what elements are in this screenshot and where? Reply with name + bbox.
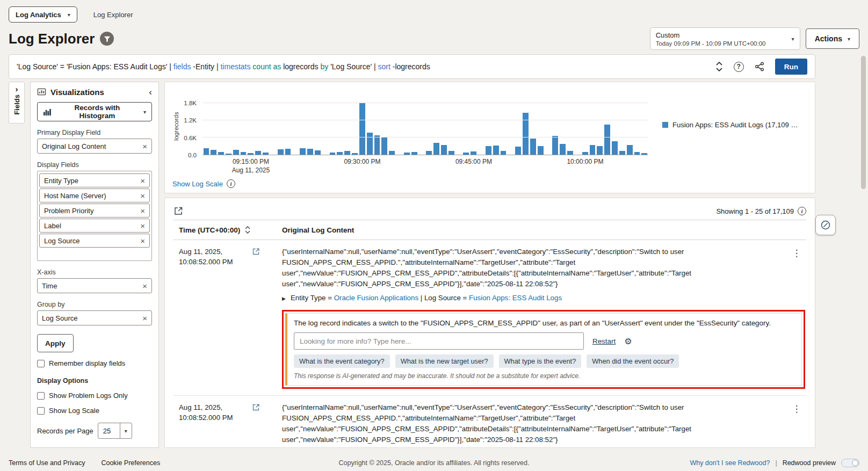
open-record-icon[interactable] — [252, 248, 260, 256]
expand-panel-icon[interactable]: › — [16, 85, 18, 93]
histogram-bar[interactable] — [441, 145, 447, 155]
show-problem-logs-checkbox[interactable] — [37, 392, 45, 400]
histogram-bar[interactable] — [493, 146, 499, 155]
gear-icon[interactable]: ⚙ — [624, 336, 632, 346]
terms-link[interactable]: Terms of Use and Privacy — [9, 459, 85, 467]
restart-link[interactable]: Restart — [592, 337, 616, 345]
histogram-bar[interactable] — [515, 147, 521, 155]
fields-panel-collapsed[interactable]: › Fields — [9, 82, 25, 124]
histogram-bar[interactable] — [337, 152, 343, 155]
histogram-bar[interactable] — [538, 146, 544, 155]
run-button[interactable]: Run — [775, 59, 807, 75]
histogram-bar[interactable] — [463, 153, 469, 155]
show-log-scale-link[interactable]: Show Log Scale — [172, 180, 223, 188]
histogram-bar[interactable] — [381, 137, 387, 155]
histogram-bar[interactable] — [344, 151, 350, 155]
histogram-bar[interactable] — [248, 153, 254, 155]
histogram-bar[interactable] — [315, 150, 321, 155]
histogram-bar[interactable] — [404, 153, 410, 155]
redwood-preview-toggle[interactable] — [841, 459, 859, 467]
histogram-bar[interactable] — [426, 151, 432, 155]
remember-display-fields-checkbox[interactable] — [37, 360, 45, 367]
column-header-time[interactable]: Time (UTC+00:00) — [179, 226, 282, 234]
histogram-bar[interactable] — [233, 150, 239, 155]
histogram-bar[interactable] — [604, 125, 610, 155]
histogram-bar[interactable] — [634, 152, 640, 155]
chart-type-dropdown[interactable]: Records with Histogram ▾ — [37, 102, 152, 121]
histogram-bar[interactable] — [263, 153, 269, 155]
histogram-bar[interactable] — [285, 149, 291, 155]
filter-icon[interactable] — [100, 32, 114, 46]
help-icon[interactable]: ? — [734, 62, 744, 72]
scrollbar[interactable] — [861, 56, 866, 189]
ai-suggestion-chip[interactable]: What type is the event? — [499, 354, 582, 368]
remove-icon[interactable]: × — [142, 314, 147, 322]
records-per-page-select[interactable]: 25 ▾ — [98, 423, 132, 439]
histogram-bar[interactable] — [330, 153, 336, 155]
expand-query-icon[interactable] — [715, 61, 723, 73]
histogram-bar[interactable] — [486, 146, 491, 155]
remove-icon[interactable]: × — [140, 237, 145, 245]
redwood-help-link[interactable]: Why don't I see Redwood? — [690, 459, 770, 467]
histogram-bar[interactable] — [597, 146, 603, 155]
ai-question-input[interactable] — [294, 332, 584, 350]
info-icon[interactable]: i — [798, 207, 806, 215]
apply-button[interactable]: Apply — [37, 334, 74, 352]
histogram-bar[interactable] — [367, 133, 373, 155]
time-range-selector[interactable]: Custom Today 09:09 PM - 10:09 PM UTC+00:… — [650, 27, 800, 50]
row-actions-kebab-icon[interactable]: ⋮ — [792, 247, 801, 303]
ai-suggestion-chip[interactable]: What is the new target user? — [395, 354, 494, 368]
cookie-preferences-link[interactable]: Cookie Preferences — [101, 459, 160, 467]
histogram-bar[interactable] — [300, 148, 306, 155]
histogram-bar[interactable] — [612, 141, 618, 155]
export-icon[interactable] — [173, 206, 183, 216]
remove-icon[interactable]: × — [140, 207, 145, 215]
histogram-bar[interactable] — [590, 145, 596, 155]
ai-suggestion-chip[interactable]: What is the event category? — [294, 354, 390, 368]
entity-type-link[interactable]: Oracle Fusion Applications — [334, 294, 418, 302]
collapse-panel-icon[interactable]: ‹ — [149, 88, 152, 97]
histogram-bar[interactable] — [307, 149, 313, 155]
share-icon[interactable] — [755, 62, 764, 71]
remove-icon[interactable]: × — [140, 192, 145, 200]
remove-icon[interactable]: × — [142, 282, 147, 290]
log-source-link[interactable]: Fusion Apps: ESS Audit Logs — [469, 294, 562, 302]
app-switcher-dropdown[interactable]: Log Analytics ▾ — [9, 6, 77, 23]
expand-arrow-icon[interactable]: ▶ — [282, 295, 286, 303]
histogram-bar[interactable] — [374, 135, 380, 155]
histogram-bar[interactable] — [582, 152, 588, 155]
histogram-bar[interactable] — [218, 152, 224, 155]
histogram-bar[interactable] — [627, 145, 633, 155]
histogram-bar[interactable] — [352, 153, 358, 155]
histogram-bar[interactable] — [449, 151, 454, 155]
histogram-bar[interactable] — [567, 151, 573, 155]
histogram-bar[interactable] — [641, 153, 647, 155]
breadcrumb[interactable]: Log Explorer — [93, 11, 133, 19]
histogram-bar[interactable] — [211, 150, 216, 155]
histogram-bar[interactable] — [278, 149, 284, 155]
histogram-bar[interactable] — [552, 136, 558, 155]
actions-button[interactable]: Actions ▾ — [806, 28, 859, 49]
histogram-bar[interactable] — [619, 151, 625, 155]
histogram-bar[interactable] — [204, 148, 209, 155]
sort-icon[interactable] — [245, 226, 250, 234]
histogram-bar[interactable] — [359, 103, 365, 155]
remove-icon[interactable]: × — [142, 142, 147, 150]
histogram-bar[interactable] — [241, 152, 247, 155]
info-icon[interactable]: i — [227, 179, 235, 188]
histogram-bar[interactable] — [411, 152, 417, 155]
ai-suggestion-chip[interactable]: When did the event occur? — [587, 354, 679, 368]
histogram-bar[interactable] — [226, 154, 232, 155]
open-record-icon[interactable] — [252, 403, 260, 411]
histogram-bar[interactable] — [389, 151, 395, 155]
histogram-bar[interactable] — [501, 151, 507, 155]
query-input[interactable]: 'Log Source' = 'Fusion Apps: ESS Audit L… — [17, 62, 709, 71]
row-actions-kebab-icon[interactable]: ⋮ — [792, 402, 801, 448]
remove-icon[interactable]: × — [140, 177, 145, 185]
histogram-bar[interactable] — [560, 144, 566, 155]
histogram-bar[interactable] — [530, 139, 536, 155]
feedback-widget-button[interactable] — [815, 215, 836, 235]
histogram-bar[interactable] — [433, 143, 439, 155]
histogram-bar[interactable] — [471, 151, 476, 155]
show-log-scale-checkbox[interactable] — [37, 407, 45, 415]
